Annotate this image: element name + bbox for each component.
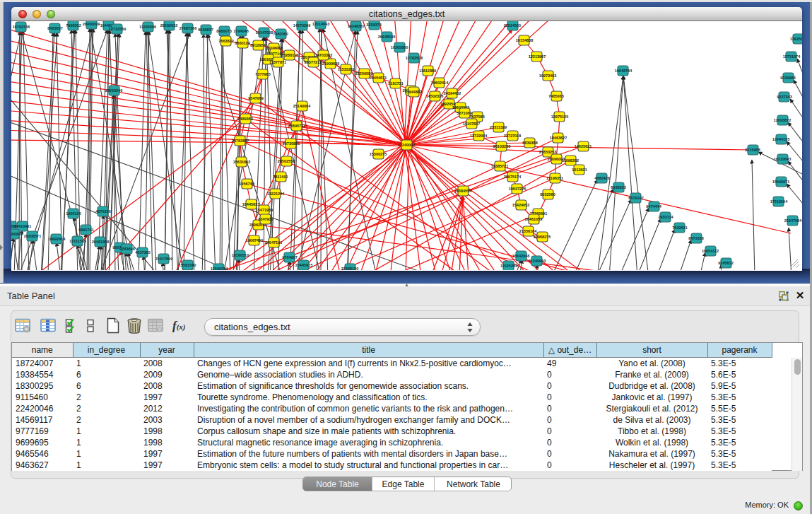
svg-text:19384554: 19384554 xyxy=(454,189,472,193)
svg-text:28532632: 28532632 xyxy=(160,23,177,28)
svg-text:2283698: 2283698 xyxy=(119,247,134,251)
svg-text:14410981: 14410981 xyxy=(14,224,31,228)
svg-text:8215958: 8215958 xyxy=(745,148,760,152)
svg-text:11377871: 11377871 xyxy=(269,60,286,64)
svg-text:20481358: 20481358 xyxy=(92,240,109,244)
svg-text:10154838: 10154838 xyxy=(516,38,533,42)
svg-text:26948536: 26948536 xyxy=(378,35,395,39)
svg-text:8463637: 8463637 xyxy=(47,26,62,30)
svg-text:6991741: 6991741 xyxy=(78,228,93,232)
svg-text:13925013: 13925013 xyxy=(790,37,802,41)
svg-text:19385721: 19385721 xyxy=(491,164,508,168)
svg-text:8912954: 8912954 xyxy=(250,43,266,47)
svg-text:28400099: 28400099 xyxy=(83,22,100,26)
svg-text:15581540: 15581540 xyxy=(179,263,196,267)
svg-text:3347931: 3347931 xyxy=(258,217,273,221)
svg-text:9764927: 9764927 xyxy=(282,255,297,259)
svg-text:10627226: 10627226 xyxy=(509,187,526,191)
svg-text:18992414: 18992414 xyxy=(48,237,66,241)
svg-text:6839388: 6839388 xyxy=(522,141,537,145)
svg-text:20347084: 20347084 xyxy=(784,218,802,223)
svg-text:12093872: 12093872 xyxy=(774,118,791,122)
svg-text:23311329: 23311329 xyxy=(490,125,507,129)
svg-text:4870226: 4870226 xyxy=(95,209,110,214)
svg-text:12213967: 12213967 xyxy=(529,54,546,59)
svg-text:1926120: 1926120 xyxy=(66,211,81,216)
svg-text:12599334: 12599334 xyxy=(211,267,228,270)
svg-text:24782887: 24782887 xyxy=(232,139,249,143)
svg-text:29308571: 29308571 xyxy=(24,234,41,238)
svg-text:28053346: 28053346 xyxy=(105,88,122,93)
svg-text:23147038: 23147038 xyxy=(256,30,273,35)
svg-text:17010504: 17010504 xyxy=(770,199,788,204)
svg-text:10348367: 10348367 xyxy=(348,24,365,28)
svg-text:9329966: 9329966 xyxy=(780,76,795,80)
svg-text:10973403: 10973403 xyxy=(539,74,556,78)
svg-text:2933114: 2933114 xyxy=(658,215,673,219)
svg-text:7663822: 7663822 xyxy=(218,39,233,43)
svg-text:23800844: 23800844 xyxy=(11,232,23,236)
svg-text:21653253: 21653253 xyxy=(539,150,556,154)
svg-text:21356184: 21356184 xyxy=(519,229,537,233)
svg-text:11196351: 11196351 xyxy=(546,176,563,180)
svg-text:5181731: 5181731 xyxy=(388,81,403,86)
svg-text:7611401: 7611401 xyxy=(273,175,288,179)
svg-text:4637385: 4637385 xyxy=(135,250,150,255)
svg-text:8636837: 8636837 xyxy=(198,28,213,32)
svg-text:17240007: 17240007 xyxy=(398,143,415,147)
svg-text:12111545: 12111545 xyxy=(69,239,86,243)
svg-text:8480073: 8480073 xyxy=(216,29,231,33)
svg-text:9227343: 9227343 xyxy=(777,95,792,99)
svg-text:18160510: 18160510 xyxy=(232,253,249,257)
svg-text:11525264: 11525264 xyxy=(500,264,518,268)
svg-text:2489364: 2489364 xyxy=(237,117,253,121)
svg-text:23288118: 23288118 xyxy=(281,53,298,57)
svg-text:25730881: 25730881 xyxy=(283,141,300,146)
svg-text:9245612: 9245612 xyxy=(718,261,733,265)
svg-text:11944882: 11944882 xyxy=(405,90,422,94)
svg-text:6879197: 6879197 xyxy=(628,196,643,200)
svg-text:29454671: 29454671 xyxy=(370,76,387,80)
svg-text:14502316: 14502316 xyxy=(426,94,443,98)
svg-text:15107837: 15107837 xyxy=(463,122,480,126)
svg-text:28975174: 28975174 xyxy=(504,175,522,179)
svg-text:10365880: 10365880 xyxy=(391,45,408,49)
svg-text:9547069: 9547069 xyxy=(248,96,263,100)
svg-text:26103230: 26103230 xyxy=(493,144,510,148)
svg-text:16793736: 16793736 xyxy=(13,25,30,29)
svg-text:12014643: 12014643 xyxy=(312,22,329,26)
svg-text:10654112: 10654112 xyxy=(702,249,719,253)
svg-text:24047101: 24047101 xyxy=(265,240,282,245)
svg-text:11533261: 11533261 xyxy=(338,67,355,71)
svg-text:15631662: 15631662 xyxy=(233,160,250,164)
svg-text:1056749: 1056749 xyxy=(239,182,254,186)
svg-text:11240506: 11240506 xyxy=(139,25,156,29)
svg-text:25140064: 25140064 xyxy=(293,104,311,108)
svg-text:25445915: 25445915 xyxy=(295,263,312,267)
svg-text:14625621: 14625621 xyxy=(575,144,592,148)
svg-text:8052560: 8052560 xyxy=(540,192,555,197)
svg-text:16602414: 16602414 xyxy=(431,81,449,85)
svg-text:22524555: 22524555 xyxy=(504,23,521,28)
svg-text:18445631: 18445631 xyxy=(242,202,259,206)
svg-text:23502558: 23502558 xyxy=(278,159,295,163)
svg-text:4880428: 4880428 xyxy=(594,176,609,180)
svg-text:18463627: 18463627 xyxy=(550,136,567,140)
svg-text:8660124: 8660124 xyxy=(235,41,250,45)
svg-text:12975125: 12975125 xyxy=(551,115,568,119)
svg-text:7437085: 7437085 xyxy=(469,115,484,119)
svg-text:1013621: 1013621 xyxy=(572,168,587,172)
svg-text:23727018: 23727018 xyxy=(504,134,521,138)
svg-text:10210643: 10210643 xyxy=(774,157,791,161)
svg-text:14703392: 14703392 xyxy=(315,53,332,57)
svg-text:13221244: 13221244 xyxy=(267,192,285,196)
svg-text:27687366: 27687366 xyxy=(180,26,196,30)
svg-text:25895713: 25895713 xyxy=(288,124,305,128)
svg-text:27388150: 27388150 xyxy=(341,267,358,270)
svg-text:21340993: 21340993 xyxy=(529,259,546,263)
svg-text:15642948: 15642948 xyxy=(512,254,529,258)
svg-text:15751074: 15751074 xyxy=(783,54,801,59)
svg-text:8471636: 8471636 xyxy=(688,236,703,240)
svg-text:15692971: 15692971 xyxy=(772,180,789,184)
svg-text:21909625: 21909625 xyxy=(322,62,339,66)
